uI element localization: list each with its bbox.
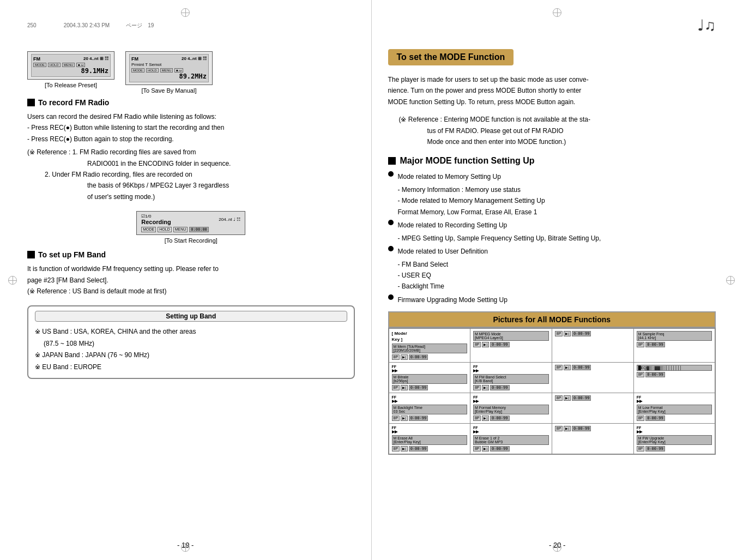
- cell-3-4: FF▶▶ M Low Format[Enter/Play Key] 8P 0-0…: [633, 393, 715, 424]
- recording-text: Recording: [141, 219, 171, 225]
- cell-btns-4-4: 8P 0-00-99: [637, 446, 712, 451]
- bullet1-sub3: Format Memory, Low Format, Erase All, Er…: [398, 207, 716, 218]
- fm1-hold-btn: HOLD: [48, 63, 61, 67]
- btn-8p-3-4: 8P: [637, 416, 645, 421]
- cell-4-2: FF▶▶ M Erase 1 of 2Bubble GM MP3 8P ▶| 0…: [470, 424, 552, 455]
- top-spacer: [388, 22, 716, 49]
- seg-1-1: 0-00-99: [409, 354, 428, 360]
- fm-radio-text-2: - Press REC(●) Button while listening to…: [27, 122, 355, 133]
- seg-2-4: 0-00-99: [645, 372, 665, 377]
- bullet3-sub2: - USER EQ: [398, 270, 716, 281]
- bullet-icon-1: [388, 171, 394, 177]
- header-text: 250 2004.3.30 2:43 PM ページ 19: [27, 22, 154, 29]
- btn-ff-2-1: ▶|: [401, 385, 408, 390]
- black-square-icon-3: [388, 157, 396, 165]
- fm1-label: FM: [33, 56, 40, 62]
- fm1-freq: 89.1MHz: [81, 67, 108, 75]
- reg-mark-bottom-left: [181, 543, 190, 552]
- fm2-mode-btn: MODE: [131, 68, 144, 73]
- mode-body-text: The player is made for users to set up t…: [388, 74, 716, 107]
- cell-2-4: █EQ▓▒░▓▓▒░│││││││ 8P 0-00-99: [633, 363, 715, 393]
- recording-caption: [To Start Recording]: [165, 237, 218, 244]
- cell-screen-1-4: M Sample Freq[44.1 KHz]: [637, 331, 712, 341]
- fm-display-1: FM 20 4..nt ⊞ ☷ MODE HOLD MENU ■.ω 89.1M…: [27, 51, 114, 94]
- mode-body-line-2: nience. Turn on the power and press MODE…: [388, 85, 716, 96]
- cell-label-1-1: [ Mode/Key ]: [392, 331, 467, 342]
- cell-btns-2-4: 8P 0-00-99: [637, 372, 712, 377]
- page-header: 250 2004.3.30 2:43 PM ページ 19: [27, 22, 355, 29]
- mode-title-box: To set the MODE Function: [388, 49, 514, 65]
- table-row-1: [ Mode/Key ] M Mem [Tck/Read][220M16/20M…: [389, 328, 716, 362]
- fm2-freq: 89.2MHz: [179, 73, 207, 80]
- b1s1-text: - Memory Information : Memory use status: [398, 186, 521, 194]
- cell-screen-4-4: M FW Upgrade[Enter/Play Key]: [637, 435, 712, 445]
- fm-band-text-2: page #23 [FM Band Select].: [27, 275, 355, 286]
- cell-4-3: 8P ▶| 0-00-99: [552, 424, 633, 455]
- fm2-hold-btn: HOLD: [146, 68, 159, 73]
- pictures-section: Pictures for All MODE Functions [ Mode/K…: [388, 311, 716, 455]
- btn-ff-3-3: ▶|: [564, 395, 571, 401]
- bullet2-text: Mode related to Recording Setting Up: [398, 220, 508, 232]
- fm2-battery: 20 4..nt ⊞ ☷: [182, 56, 207, 62]
- rec-buttons-row: MODE HOLD MENU 0:00:00: [141, 227, 240, 232]
- btn-8p-4-4: 8P: [637, 446, 645, 451]
- left-page: 250 2004.3.30 2:43 PM ページ 19 FM 20 4..nt…: [0, 0, 372, 560]
- fm-band-section-title: To set up FM Band: [27, 250, 355, 259]
- mode-ref-line-1: (※ Reference : Entering MODE function is…: [399, 114, 716, 125]
- table-row-4: FF▶▶ M Erase All[Enter/Play Key] 8P ▶| 0…: [389, 424, 716, 455]
- major-mode-title-text: Major MODE function Setting Up: [400, 156, 535, 166]
- seg-1-4: 0-00-99: [645, 342, 665, 347]
- rec-hold-btn: HOLD: [158, 227, 171, 232]
- fm1-battery: 20 4..nt ⊞ ☷: [83, 56, 108, 62]
- btn-8p-3-2: 8P: [473, 416, 481, 421]
- b1s2-text: - Mode related to Memory Management Sett…: [398, 197, 545, 204]
- right-page: ♩♫ To set the MODE Function The player i…: [372, 0, 744, 560]
- fm2-label: FM: [131, 56, 138, 62]
- btn-8p-1-3: 8P: [555, 331, 563, 336]
- seg-3-3: 0-00-99: [572, 395, 591, 401]
- ref-line-5: of user's setting mode.): [87, 191, 355, 202]
- btn-8p-4-2: 8P: [473, 446, 481, 451]
- setting-band-line-3: ※ JAPAN Band : JAPAN (76 ~ 90 MHz): [35, 350, 347, 362]
- black-square-icon-2: [27, 251, 35, 258]
- cell-3-1: FF▶▶ M Backlight Time03 Sec 8P ▶| 0-00-9…: [389, 393, 470, 424]
- bullet3-text: Mode related to User Definition: [398, 246, 488, 258]
- cell-btns-3-3: 8P ▶| 0-00-99: [555, 395, 631, 401]
- bullet-icon-3: [388, 246, 394, 251]
- ref-line-2: RADIO001 in the ENCODING folder in seque…: [87, 158, 355, 169]
- ref-line-4: the basis of 96Kbps / MPEG2 Layer 3 rega…: [87, 180, 355, 191]
- major-mode-section-title: Major MODE function Setting Up: [388, 156, 716, 166]
- cell-btns-4-3: 8P ▶| 0-00-99: [555, 426, 631, 431]
- b1s3-text: Format Memory, Low Format, Erase All, Er…: [398, 208, 537, 216]
- fm1-menu-btn: MENU: [62, 63, 75, 67]
- fm2-menu-btn: MENU: [160, 68, 173, 73]
- btn-8p-4-1: 8P: [392, 446, 400, 451]
- btn-8p-2-1: 8P: [392, 385, 400, 390]
- cell-screen-1-1: M Mem [Tck/Read][220M16/20MB]: [392, 344, 467, 353]
- setting-band-line-2: (87.5 ~ 108 MHz): [44, 338, 347, 350]
- fm-band-title: To set up FM Band: [38, 250, 106, 259]
- bullet3-sub3: - Backlight Time: [398, 281, 716, 292]
- cell-1-4: M Sample Freq[44.1 KHz] 8P 0-00-99: [633, 328, 715, 362]
- mode-bullet-2: Mode related to Recording Setting Up: [388, 220, 716, 232]
- cell-1-3: 8P ▶| 0-00-99: [552, 328, 633, 362]
- rec-counter: ☑1/0: [141, 214, 171, 219]
- rec-mode-btn: MODE: [141, 227, 156, 232]
- b3s3-text: - Backlight Time: [398, 282, 444, 290]
- fm-radio-title: To record FM Radio: [38, 98, 109, 107]
- bullet2-sub1: - MPEG Setting Up, Sample Frequency Sett…: [398, 233, 716, 244]
- cell-screen-3-4: M Low Format[Enter/Play Key]: [637, 405, 712, 414]
- cell-label-4-4: FF▶▶: [637, 426, 712, 434]
- seg-4-1: 0-00-99: [409, 446, 428, 451]
- cell-label-2-1: FF▶▶: [392, 365, 467, 373]
- cell-label-4-2: FF▶▶: [473, 426, 549, 434]
- btn-ff-3-1: ▶|: [401, 416, 408, 421]
- fm2-preset: Prmint T Semot: [131, 62, 207, 67]
- bullet-icon-4: [388, 294, 394, 300]
- cell-btns-1-4: 8P 0-00-99: [637, 342, 712, 347]
- btn-ff-2-3: ▶|: [564, 365, 571, 370]
- cell-btns-1-1: 8P ▶| 0-00-99: [392, 354, 467, 360]
- cell-btns-2-3: 8P ▶| 0-00-99: [555, 365, 631, 370]
- cell-1-2: M MPEG Mode[MPEG4 Layer3] 8P ▶| 0-00-99: [470, 328, 552, 362]
- fm-images: FM 20 4..nt ⊞ ☷ MODE HOLD MENU ■.ω 89.1M…: [27, 51, 355, 94]
